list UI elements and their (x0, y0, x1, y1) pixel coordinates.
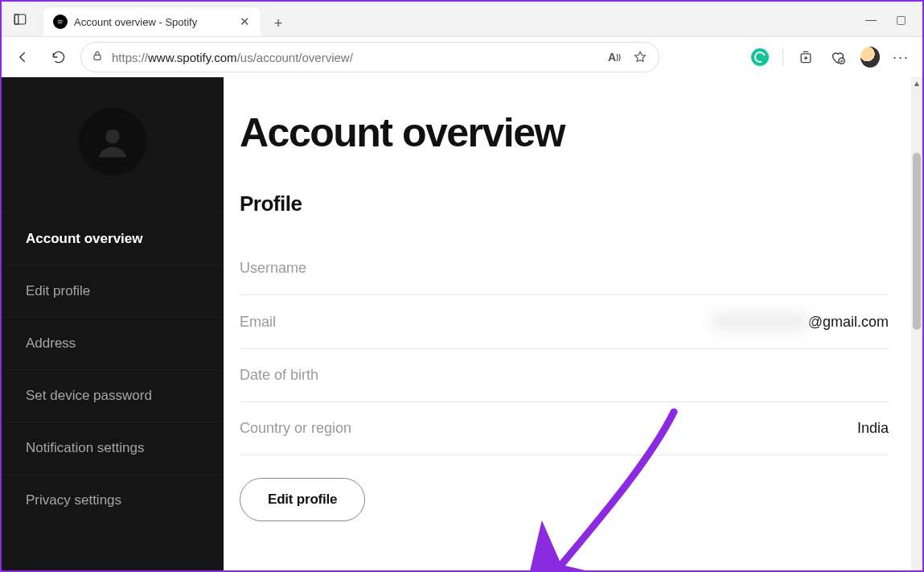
dob-label: Date of birth (240, 367, 318, 384)
toolbar-divider (782, 48, 783, 66)
email-value: @gmail.com (712, 313, 889, 331)
scroll-up-icon[interactable]: ▲ (911, 77, 922, 88)
page-title: Account overview (240, 109, 889, 156)
grammarly-extension-icon[interactable] (750, 47, 770, 67)
scrollbar-track[interactable]: ▲ (911, 77, 922, 570)
avatar-placeholder-icon (79, 108, 146, 175)
profile-row-email: Email @gmail.com (240, 295, 889, 349)
url-text: https://www.spotify.com/us/account/overv… (112, 51, 598, 64)
address-bar[interactable]: https://www.spotify.com/us/account/overv… (80, 42, 659, 72)
sidebar-item-privacy-settings[interactable]: Privacy settings (2, 474, 224, 526)
profile-row-country: Country or region India (240, 402, 889, 455)
tab-actions-icon[interactable] (6, 6, 34, 33)
edit-profile-button[interactable]: Edit profile (240, 478, 365, 521)
spotify-favicon-icon (53, 14, 68, 29)
window-maximize-icon[interactable]: ▢ (896, 14, 906, 25)
section-title: Profile (240, 191, 889, 216)
sidebar-item-address[interactable]: Address (2, 317, 224, 369)
tab-close-icon[interactable]: ✕ (238, 15, 251, 28)
browser-tab-active[interactable]: Account overview - Spotify ✕ (43, 7, 261, 36)
lock-icon[interactable] (91, 49, 104, 65)
window-controls: — ▢ (865, 14, 922, 25)
scrollbar-thumb[interactable] (913, 153, 921, 330)
new-tab-button[interactable]: + (265, 10, 291, 36)
back-button[interactable] (10, 43, 37, 71)
window-minimize-icon[interactable]: — (865, 14, 877, 25)
more-menu-icon[interactable]: ··· (893, 49, 910, 66)
profile-row-dob: Date of birth (240, 349, 889, 402)
username-label: Username (240, 260, 306, 277)
profile-avatar-icon[interactable] (860, 47, 880, 67)
sidebar-item-account-overview[interactable]: Account overview (2, 212, 224, 265)
read-aloud-icon[interactable]: A)) (606, 48, 623, 66)
country-value: India (857, 420, 889, 437)
email-label: Email (240, 314, 276, 331)
svg-point-6 (105, 130, 119, 143)
sidebar-item-edit-profile[interactable]: Edit profile (2, 265, 224, 317)
svg-rect-0 (14, 14, 26, 24)
favorite-icon[interactable] (631, 48, 649, 66)
profile-row-username: Username (240, 242, 889, 295)
sidebar-item-notification-settings[interactable]: Notification settings (2, 422, 224, 474)
svg-rect-1 (14, 14, 18, 24)
tab-title: Account overview - Spotify (74, 16, 232, 28)
main-content: Account overview Profile Username Email … (224, 77, 911, 570)
country-label: Country or region (240, 420, 351, 437)
svg-rect-3 (94, 55, 101, 60)
sidebar-item-set-device-password[interactable]: Set device password (2, 369, 224, 422)
refresh-button[interactable] (45, 43, 72, 71)
account-sidebar: Account overview Edit profile Address Se… (2, 77, 224, 570)
collections-icon[interactable] (796, 47, 815, 67)
browser-toolbar: https://www.spotify.com/us/account/overv… (2, 37, 922, 77)
health-extension-icon[interactable] (828, 47, 848, 67)
browser-titlebar: Account overview - Spotify ✕ + — ▢ (2, 2, 922, 37)
